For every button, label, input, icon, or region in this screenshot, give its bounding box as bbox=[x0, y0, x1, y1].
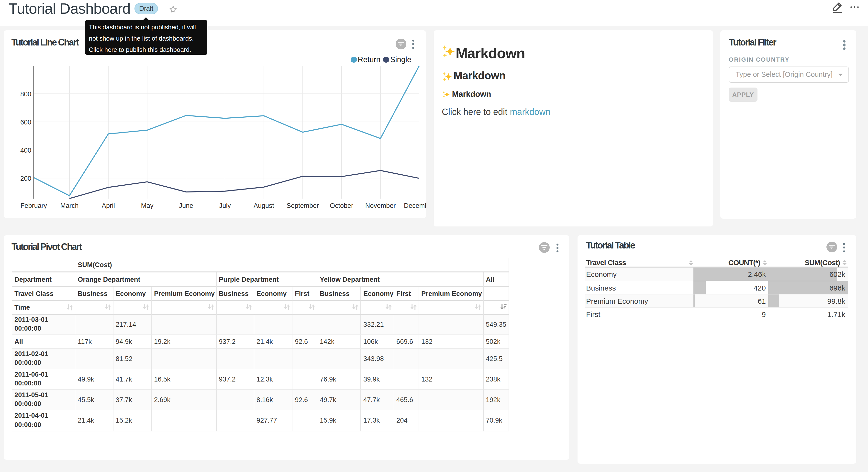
svg-text:800: 800 bbox=[20, 90, 31, 97]
svg-text:600: 600 bbox=[20, 118, 31, 126]
svg-text:April: April bbox=[101, 202, 115, 209]
svg-text:December: December bbox=[404, 202, 426, 209]
svg-text:May: May bbox=[141, 202, 153, 209]
svg-text:March: March bbox=[60, 202, 78, 209]
svg-text:September: September bbox=[286, 202, 319, 209]
svg-text:February: February bbox=[20, 202, 47, 209]
svg-text:200: 200 bbox=[20, 175, 31, 182]
svg-text:August: August bbox=[253, 202, 274, 209]
svg-text:400: 400 bbox=[20, 147, 31, 154]
svg-text:July: July bbox=[219, 202, 231, 209]
svg-text:October: October bbox=[330, 202, 353, 209]
svg-text:November: November bbox=[365, 202, 396, 209]
svg-text:June: June bbox=[179, 202, 193, 209]
